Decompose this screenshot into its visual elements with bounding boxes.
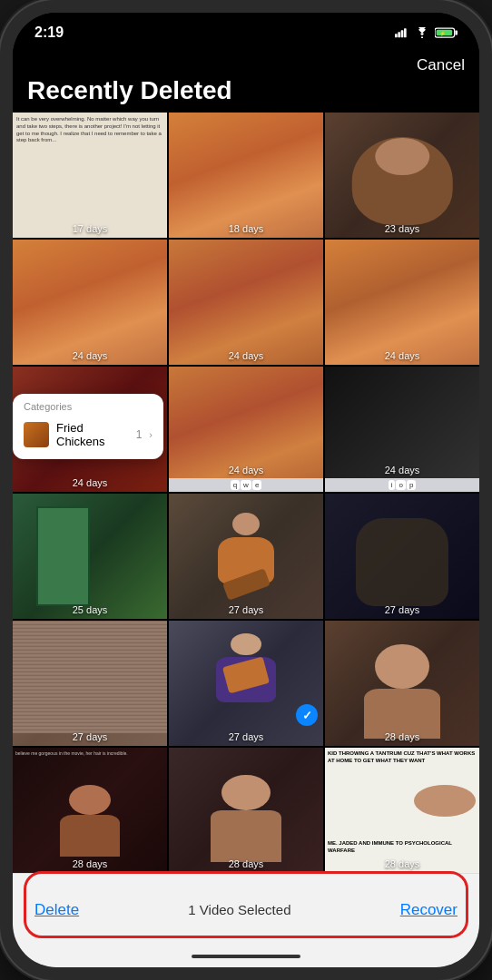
photo-cell-18[interactable]: KID THROWING A TANTRUM CUZ THAT'S WHAT W… [325, 748, 479, 873]
recover-button[interactable]: Recover [400, 901, 458, 919]
phone-frame: 2:19 [0, 0, 492, 980]
photo-cell-8[interactable]: q w e 24 days [169, 367, 323, 492]
category-name: Fried Chickens [56, 421, 129, 448]
status-icons: ⚡ [395, 27, 458, 38]
photo-cell-9[interactable]: i o p 24 days [325, 367, 479, 492]
page-title: Recently Deleted [27, 76, 465, 105]
svg-rect-2 [401, 30, 404, 37]
category-count: 1 [136, 428, 143, 441]
svg-text:⚡: ⚡ [439, 30, 447, 37]
delete-button[interactable]: Delete [34, 901, 79, 919]
days-label-13: 27 days [13, 731, 167, 742]
selected-badge [296, 704, 318, 726]
header-top: Cancel [27, 56, 465, 74]
categories-item[interactable]: Fried Chickens 1 › [13, 417, 163, 452]
days-label-12: 27 days [325, 604, 479, 615]
status-time: 2:19 [34, 24, 78, 41]
photo-cell-6[interactable]: 24 days [325, 240, 479, 365]
svg-rect-3 [404, 28, 407, 37]
status-bar: 2:19 [13, 13, 479, 53]
categories-title: Categories [13, 401, 163, 417]
bottom-bar: Delete 1 Video Selected Recover [13, 873, 479, 946]
days-label-2: 18 days [169, 223, 323, 234]
photo-cell-12[interactable]: 27 days [325, 494, 479, 619]
home-indicator [13, 946, 479, 967]
wifi-icon [415, 27, 429, 38]
photo-cell-4[interactable]: 24 days [13, 240, 167, 365]
svg-rect-1 [398, 32, 400, 37]
photo-cell-3[interactable]: 23 days [325, 113, 479, 238]
photo-cell-11[interactable]: 27 days [169, 494, 323, 619]
days-label-4: 24 days [13, 350, 167, 361]
photo-cell-13[interactable]: 27 days [13, 621, 167, 746]
days-label-10: 25 days [13, 604, 167, 615]
days-label-3: 23 days [325, 223, 479, 234]
photo-cell-17[interactable]: 28 days [169, 748, 323, 873]
selection-status: 1 Video Selected [188, 902, 290, 917]
photo-cell-15[interactable]: 28 days [325, 621, 479, 746]
days-label-14: 27 days [169, 731, 323, 742]
header: Cancel Recently Deleted [13, 53, 479, 113]
photo-cell-5[interactable]: 24 days [169, 240, 323, 365]
chevron-right-icon: › [149, 429, 153, 440]
days-label-9: 24 days [325, 465, 479, 475]
food-thumbnail [24, 422, 49, 447]
photo-cell-10[interactable]: 25 days [13, 494, 167, 619]
days-label-1: 17 days [13, 223, 167, 234]
location-icon [67, 27, 78, 38]
days-label-15: 28 days [325, 731, 479, 742]
days-label-16: 28 days [13, 858, 167, 869]
phone-screen: 2:19 [13, 13, 479, 967]
svg-rect-0 [395, 34, 398, 37]
screen: 2:19 [13, 13, 479, 967]
categories-popup[interactable]: Categories Fried Chickens 1 › [13, 394, 163, 459]
svg-rect-6 [456, 31, 458, 35]
battery-icon: ⚡ [435, 27, 458, 38]
time-display: 2:19 [34, 24, 64, 41]
photo-cell-16[interactable]: believe me gorgeous in the movie, her ha… [13, 748, 167, 873]
days-label-18: 28 days [325, 858, 479, 869]
photo-grid: It can be very overwhelming. No matter w… [13, 113, 479, 873]
days-label-7: 24 days [13, 477, 167, 488]
signal-icon [395, 27, 409, 38]
photo-cell-2[interactable]: 18 days [169, 113, 323, 238]
photo-cell-14[interactable]: 27 days [169, 621, 323, 746]
days-label-6: 24 days [325, 350, 479, 361]
days-label-17: 28 days [169, 858, 323, 869]
days-label-11: 27 days [169, 604, 323, 615]
svg-point-4 [421, 36, 423, 38]
days-label-8: 24 days [169, 465, 323, 475]
home-bar [192, 955, 300, 958]
photo-cell-7[interactable]: Categories Fried Chickens 1 › 24 days [13, 367, 167, 492]
days-label-5: 24 days [169, 350, 323, 361]
cell-text-overlay: It can be very overwhelming. No matter w… [16, 116, 163, 144]
photo-cell-1[interactable]: It can be very overwhelming. No matter w… [13, 113, 167, 238]
cancel-button[interactable]: Cancel [417, 56, 465, 74]
